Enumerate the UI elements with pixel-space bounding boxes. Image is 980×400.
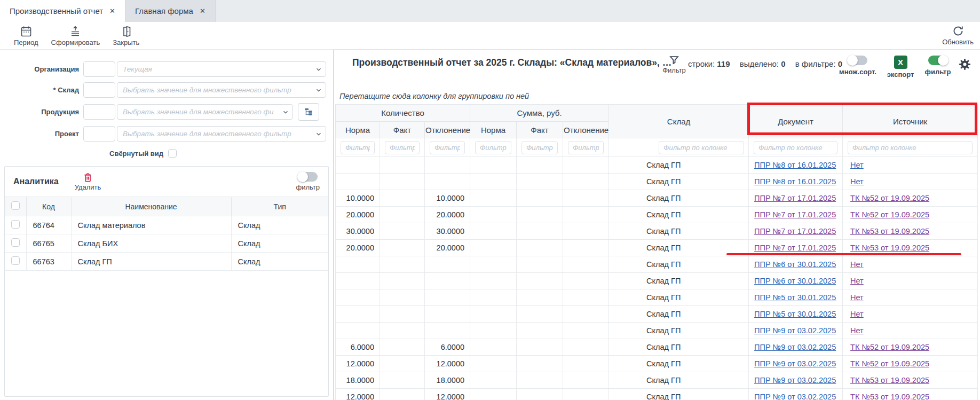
document-link[interactable]: ППР №6 от 30.01.2025 xyxy=(754,260,836,269)
project-select[interactable]: Выбрать значение для множественного филь… xyxy=(117,126,326,142)
filter-button[interactable]: Фильтр xyxy=(657,54,692,74)
source-filter-input[interactable] xyxy=(848,141,973,154)
report-row[interactable]: Склад ГПППР №6 от 30.01.2025Нет xyxy=(336,256,978,273)
report-row[interactable]: 12.000012.0000Склад ГПППР №9 от 03.02.20… xyxy=(336,389,978,400)
excel-export-icon[interactable]: X xyxy=(894,56,907,69)
document-link[interactable]: ППР №7 от 17.01.2025 xyxy=(754,227,836,236)
row-checkbox[interactable] xyxy=(11,220,20,229)
document-link[interactable]: ППР №9 от 03.02.2025 xyxy=(754,376,836,385)
report-row[interactable]: 12.000012.0000Склад ГПППР №9 от 03.02.20… xyxy=(336,356,978,372)
generate-button[interactable]: Сформировать xyxy=(45,22,107,49)
source-link[interactable]: Нет xyxy=(850,277,864,285)
document-link[interactable]: ППР №6 от 30.01.2025 xyxy=(754,277,836,285)
document-link[interactable]: ППР №9 от 03.02.2025 xyxy=(754,359,836,368)
warehouse-column-header[interactable]: Склад xyxy=(609,105,749,138)
report-row[interactable]: Склад ГПППР №9 от 03.02.2025Нет xyxy=(336,323,978,339)
source-link[interactable]: ТК №52 от 19.09.2025 xyxy=(850,194,929,202)
document-link[interactable]: ППР №8 от 16.01.2025 xyxy=(754,177,836,186)
qty-fact-header[interactable]: Факт xyxy=(380,122,425,138)
period-button[interactable]: Период xyxy=(7,22,45,49)
document-column-header[interactable]: Документ xyxy=(749,105,843,138)
tab-close-icon[interactable]: ✕ xyxy=(200,7,206,15)
collapsed-view-checkbox[interactable] xyxy=(168,149,177,158)
production-hierarchy-button[interactable] xyxy=(298,103,319,121)
document-link[interactable]: ППР №5 от 30.01.2025 xyxy=(754,293,836,302)
warehouse-select[interactable]: Выбрать значение для множественного филь… xyxy=(117,82,326,98)
sum-norm-cell xyxy=(470,372,517,389)
project-code-input[interactable] xyxy=(83,126,115,142)
source-link[interactable]: Нет xyxy=(850,177,864,186)
select-all-checkbox[interactable] xyxy=(11,201,20,210)
report-row[interactable]: Склад ГПППР №5 от 30.01.2025Нет xyxy=(336,306,978,323)
qty-norm-header[interactable]: Норма xyxy=(336,122,380,138)
analytics-col-name: Наименование xyxy=(71,197,231,216)
report-row[interactable]: Склад ГПППР №6 от 30.01.2025Нет xyxy=(336,273,978,289)
report-row[interactable]: Склад ГПППР №8 от 16.01.2025Нет xyxy=(336,157,978,174)
warehouse-code-input[interactable] xyxy=(83,82,115,98)
report-row[interactable]: 6.00006.0000Склад ГПППР №9 от 03.02.2025… xyxy=(336,339,978,356)
document-link[interactable]: ППР №9 от 03.02.2025 xyxy=(754,343,836,351)
sum-fact-filter-input[interactable] xyxy=(521,141,558,154)
analytics-row[interactable]: 66763Склад ГПСклад xyxy=(5,253,328,271)
row-checkbox[interactable] xyxy=(11,256,20,265)
production-code-input[interactable] xyxy=(83,104,115,120)
quantity-group-header[interactable]: Количество xyxy=(336,105,470,122)
row-checkbox[interactable] xyxy=(11,238,20,247)
production-select[interactable]: Выбрать значение для множественного фи xyxy=(117,104,293,120)
document-link[interactable]: ППР №7 от 17.01.2025 xyxy=(754,194,836,202)
document-link[interactable]: ППР №7 от 17.01.2025 xyxy=(754,210,836,219)
source-link[interactable]: Нет xyxy=(850,310,864,318)
source-link[interactable]: ТК №52 от 19.09.2025 xyxy=(850,359,929,368)
report-row[interactable]: 20.000020.0000Склад ГПППР №7 от 17.01.20… xyxy=(336,240,978,256)
delete-button[interactable]: Удалить xyxy=(75,172,101,191)
sum-norm-header[interactable]: Норма xyxy=(470,122,517,138)
source-link[interactable]: ТК №53 от 19.09.2025 xyxy=(850,244,929,252)
document-link[interactable]: ППР №8 от 16.01.2025 xyxy=(754,161,836,169)
warehouse-filter-input[interactable] xyxy=(659,141,744,154)
analytics-row[interactable]: 66765Склад БИХСклад xyxy=(5,234,328,253)
document-link[interactable]: ППР №7 от 17.01.2025 xyxy=(754,244,836,252)
refresh-button[interactable]: Обновить xyxy=(936,22,980,49)
sum-deviation-header[interactable]: Отклонение xyxy=(563,122,609,138)
sum-norm-filter-input[interactable] xyxy=(475,141,511,154)
qty-fact-filter-input[interactable] xyxy=(385,141,420,154)
source-link[interactable]: ТК №53 от 19.09.2025 xyxy=(850,227,929,236)
report-row[interactable]: 18.000018.0000Склад ГПППР №9 от 03.02.20… xyxy=(336,372,978,389)
report-row[interactable]: Склад ГПППР №8 от 16.01.2025Нет xyxy=(336,174,978,190)
report-row[interactable]: 20.000020.0000Склад ГПППР №7 от 17.01.20… xyxy=(336,207,978,223)
report-row[interactable]: 30.000030.0000Склад ГПППР №7 от 17.01.20… xyxy=(336,223,978,240)
document-link[interactable]: ППР №9 от 03.02.2025 xyxy=(754,326,836,335)
analytics-row[interactable]: 66764Склад материаловСклад xyxy=(5,216,328,234)
tab-close-icon[interactable]: ✕ xyxy=(109,7,115,15)
source-link[interactable]: ТК №52 от 19.09.2025 xyxy=(850,210,929,219)
qty-deviation-header[interactable]: Отклонение xyxy=(425,122,470,138)
tab-production-report[interactable]: Производственный отчет ✕ xyxy=(0,0,125,22)
qty-norm-filter-input[interactable] xyxy=(341,141,375,154)
source-link[interactable]: Нет xyxy=(850,161,864,169)
source-link[interactable]: Нет xyxy=(850,260,864,269)
document-link[interactable]: ППР №5 от 30.01.2025 xyxy=(754,310,836,318)
report-row[interactable]: 10.000010.0000Склад ГПППР №7 от 17.01.20… xyxy=(336,190,978,207)
source-link[interactable]: ТК №53 от 19.09.2025 xyxy=(850,393,929,400)
organization-code-input[interactable] xyxy=(83,61,115,77)
document-filter-input[interactable] xyxy=(754,141,837,154)
sum-deviation-filter-input[interactable] xyxy=(568,141,604,154)
settings-button[interactable] xyxy=(958,57,972,74)
source-link[interactable]: ТК №52 от 19.09.2025 xyxy=(850,343,929,351)
source-link[interactable]: Нет xyxy=(850,326,864,335)
qty-deviation-filter-input[interactable] xyxy=(430,141,465,154)
source-link[interactable]: ТК №53 от 19.09.2025 xyxy=(850,376,929,385)
report-row[interactable]: Склад ГПППР №5 от 30.01.2025Нет xyxy=(336,289,978,306)
analytics-filter-toggle[interactable] xyxy=(298,172,318,182)
source-column-header[interactable]: Источник xyxy=(843,105,978,138)
organization-select[interactable]: Текущая xyxy=(117,61,326,77)
sum-group-header[interactable]: Сумма, руб. xyxy=(470,105,609,122)
tab-main-form[interactable]: Главная форма ✕ xyxy=(125,0,216,22)
report-filter-toggle[interactable] xyxy=(928,56,947,65)
document-link[interactable]: ППР №9 от 03.02.2025 xyxy=(754,393,836,400)
report-title: Производственный отчет за 2025 г. Склады… xyxy=(352,57,671,68)
multisort-toggle[interactable] xyxy=(848,56,867,65)
source-link[interactable]: Нет xyxy=(850,293,864,302)
close-button[interactable]: Закрыть xyxy=(106,22,146,49)
sum-fact-header[interactable]: Факт xyxy=(517,122,563,138)
